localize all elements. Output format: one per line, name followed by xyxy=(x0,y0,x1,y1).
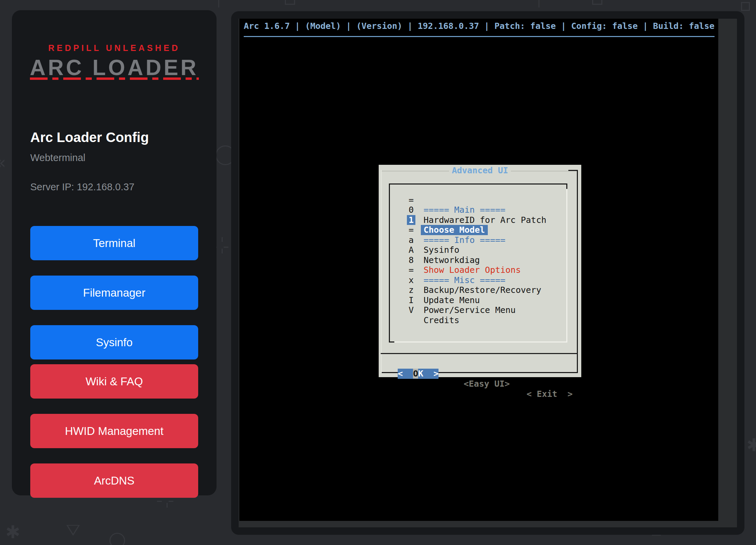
webterminal-window: Arc 1.6.7 | (Model) | (Version) | 192.16… xyxy=(231,11,744,535)
sidebar-button-label: Filemanager xyxy=(83,286,145,299)
decor-star: ✱ xyxy=(5,523,20,541)
decor-tick xyxy=(538,0,539,7)
sidebar-button-label: Wiki & FAQ xyxy=(86,375,143,388)
easy-ui-button[interactable]: <Easy UI> xyxy=(464,379,510,389)
dialog-menu: = ===== Main ===== 0 HardwareID for Arc … xyxy=(390,184,566,305)
decor-square xyxy=(592,0,602,5)
logo-tagline: REDPILL UNLEASHED xyxy=(12,43,217,53)
menu-item[interactable]: 0 HardwareID for Arc Patch xyxy=(390,195,566,205)
decor-star: ✱ xyxy=(746,436,756,454)
dialog-buttons: < OK > <Easy UI> < Exit > xyxy=(379,358,581,369)
terminal-frame: Arc 1.6.7 | (Model) | (Version) | 192.16… xyxy=(239,19,737,527)
terminal-status-underline xyxy=(244,36,715,37)
decor-square xyxy=(285,0,295,5)
sidebar: REDPILL UNLEASHED ARC LOADER Arc Loader … xyxy=(12,10,217,495)
menu-item[interactable]: 8 Show Loader Options xyxy=(390,245,566,255)
decor-chevrons: « xyxy=(0,154,6,171)
terminal-screen[interactable]: Arc 1.6.7 | (Model) | (Version) | 192.16… xyxy=(239,19,718,521)
sidebar-button[interactable]: Wiki & FAQ xyxy=(30,364,198,399)
page: « ✱ ✱ REDPILL UNLEASHED ARC LOADER Arc L… xyxy=(0,0,756,545)
sidebar-button[interactable]: HWID Management xyxy=(30,414,198,448)
menu-item[interactable]: z Update Menu xyxy=(390,275,566,285)
ok-button-text: < xyxy=(398,369,413,379)
sidebar-button[interactable]: Filemanager xyxy=(30,276,198,310)
menu-item[interactable]: = ===== Info ===== xyxy=(390,215,566,225)
menu-item[interactable]: 1 Choose Model xyxy=(390,205,566,215)
exit-button[interactable]: < Exit > xyxy=(527,389,572,399)
decor-square xyxy=(741,2,750,11)
menu-item[interactable]: A Networkdiag xyxy=(390,235,566,245)
menu-item[interactable]: I Power/Service Menu xyxy=(390,285,566,295)
ok-button[interactable]: < OK > xyxy=(398,369,439,379)
sidebar-button-label: Terminal xyxy=(93,237,136,250)
menu-item[interactable]: a Sysinfo xyxy=(390,225,566,235)
dialog-button-separator xyxy=(381,353,578,354)
decor-tick xyxy=(218,0,219,7)
menu-item[interactable]: x Backup/Restore/Recovery xyxy=(390,265,566,275)
menu-item[interactable]: V Credits xyxy=(390,295,566,305)
sidebar-button[interactable]: ArcDNS xyxy=(30,463,198,498)
menu-item[interactable]: = ===== Misc ===== xyxy=(390,255,566,265)
sidebar-button-label: HWID Management xyxy=(65,425,164,438)
ok-button-text: K > xyxy=(418,369,439,379)
decor-triangle xyxy=(66,525,80,536)
sidebar-button-label: Sysinfo xyxy=(96,336,133,349)
page-title: Arc Loader Config xyxy=(30,130,149,145)
sidebar-button-label: ArcDNS xyxy=(94,474,134,487)
logo-dashed-line xyxy=(30,77,199,80)
menu-item-label: Credits xyxy=(421,315,462,326)
arc-loader-logo: REDPILL UNLEASHED ARC LOADER xyxy=(12,43,217,80)
dialog-title-row: Advanced UI xyxy=(379,165,581,176)
advanced-ui-dialog: Advanced UI = ===== Main === xyxy=(379,165,581,377)
dialog-border-right xyxy=(577,170,578,373)
page-subtitle: Webterminal xyxy=(30,152,85,163)
sidebar-button[interactable]: Terminal xyxy=(30,226,198,260)
dialog-menu-listbox: = ===== Main ===== 0 HardwareID for Arc … xyxy=(389,183,567,342)
menu-item[interactable]: = ===== Main ===== xyxy=(390,185,566,195)
sidebar-button[interactable]: Sysinfo xyxy=(30,325,198,359)
decor-circle xyxy=(109,533,125,545)
terminal-status-line: Arc 1.6.7 | (Model) | (Version) | 192.16… xyxy=(244,21,715,31)
ok-button-cursor: O xyxy=(413,369,418,379)
logo-title: ARC LOADER xyxy=(12,55,217,80)
dialog-border-corner xyxy=(568,170,578,171)
menu-item-key: V xyxy=(407,305,415,315)
server-ip-label: Server IP: 192.168.0.37 xyxy=(30,181,134,193)
dialog-title: Advanced UI xyxy=(449,165,511,175)
dialog-border-left xyxy=(381,170,382,373)
